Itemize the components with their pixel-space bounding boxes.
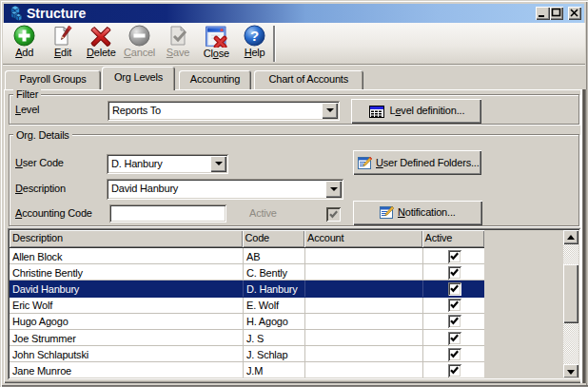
svg-text:?: ? — [250, 28, 259, 44]
